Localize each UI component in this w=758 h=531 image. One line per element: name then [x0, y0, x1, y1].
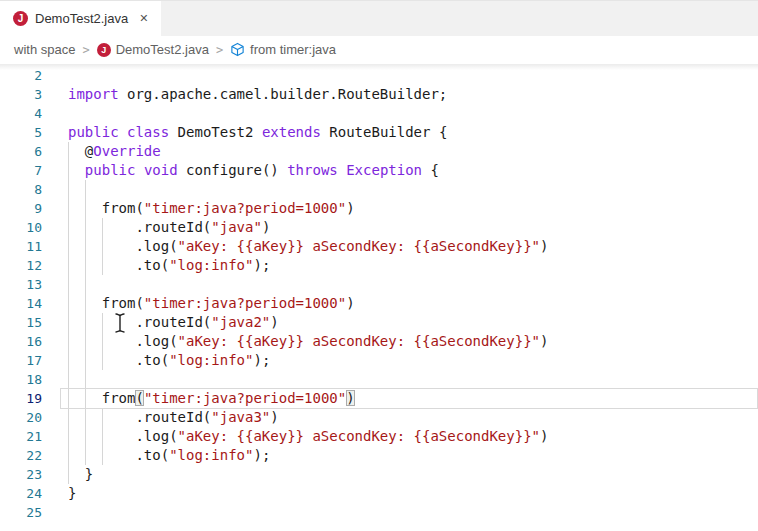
code-text	[68, 275, 758, 294]
code-text: .log("aKey: {{aKey}} aSecondKey: {{aSeco…	[68, 332, 758, 351]
breadcrumb-folder[interactable]: with space	[14, 42, 75, 57]
code-lines: 23import org.apache.camel.builder.RouteB…	[0, 64, 758, 522]
editor-window: J DemoTest2.java ✕ with space > J DemoTe…	[0, 0, 758, 531]
breadcrumb-symbol-label: from timer:java	[250, 42, 336, 57]
code-text: from("timer:java?period=1000")	[68, 389, 758, 408]
code-line-5[interactable]: 5public class DemoTest2 extends RouteBui…	[0, 123, 758, 142]
line-number[interactable]: 4	[0, 104, 42, 123]
breadcrumb-file[interactable]: J DemoTest2.java	[97, 42, 209, 57]
code-text	[68, 104, 758, 123]
line-number[interactable]: 16	[0, 332, 42, 351]
code-line-6[interactable]: 6 @Override	[0, 142, 758, 161]
line-number[interactable]: 6	[0, 142, 42, 161]
tab-title: DemoTest2.java	[35, 11, 128, 26]
code-line-21[interactable]: 21 .log("aKey: {{aKey}} aSecondKey: {{aS…	[0, 427, 758, 446]
code-line-20[interactable]: 20 .routeId("java3")	[0, 408, 758, 427]
chevron-right-icon: >	[82, 43, 89, 57]
symbol-cube-icon	[230, 42, 245, 57]
line-number[interactable]: 15	[0, 313, 42, 332]
line-number[interactable]: 25	[0, 503, 42, 522]
breadcrumb-folder-label: with space	[14, 42, 75, 57]
line-number[interactable]: 9	[0, 199, 42, 218]
code-text: }	[68, 484, 758, 503]
code-line-8[interactable]: 8	[0, 180, 758, 199]
code-text: .routeId("java2")	[68, 313, 758, 332]
code-line-17[interactable]: 17 .to("log:info");	[0, 351, 758, 370]
code-line-7[interactable]: 7 public void configure() throws Excepti…	[0, 161, 758, 180]
line-number[interactable]: 21	[0, 427, 42, 446]
code-line-22[interactable]: 22 .to("log:info");	[0, 446, 758, 465]
line-number[interactable]: 18	[0, 370, 42, 389]
code-text	[68, 370, 758, 389]
code-line-19[interactable]: 19 from("timer:java?period=1000")	[0, 389, 758, 408]
line-number[interactable]: 11	[0, 237, 42, 256]
code-line-11[interactable]: 11 .log("aKey: {{aKey}} aSecondKey: {{aS…	[0, 237, 758, 256]
line-number[interactable]: 10	[0, 218, 42, 237]
code-text	[68, 66, 758, 85]
code-line-13[interactable]: 13	[0, 275, 758, 294]
code-text: .log("aKey: {{aKey}} aSecondKey: {{aSeco…	[68, 237, 758, 256]
breadcrumb-file-label: DemoTest2.java	[116, 42, 209, 57]
code-text: from("timer:java?period=1000")	[68, 199, 758, 218]
line-number[interactable]: 17	[0, 351, 42, 370]
code-text	[68, 180, 758, 199]
java-file-icon: J	[13, 11, 28, 26]
code-line-24[interactable]: 24}	[0, 484, 758, 503]
code-line-4[interactable]: 4	[0, 104, 758, 123]
line-number[interactable]: 14	[0, 294, 42, 313]
code-line-25[interactable]: 25	[0, 503, 758, 522]
code-text: }	[68, 465, 758, 484]
code-line-23[interactable]: 23 }	[0, 465, 758, 484]
line-number[interactable]: 2	[0, 66, 42, 85]
line-number[interactable]: 19	[0, 389, 42, 408]
code-text: .routeId("java3")	[68, 408, 758, 427]
breadcrumb-symbol[interactable]: from timer:java	[230, 42, 336, 57]
code-text: .log("aKey: {{aKey}} aSecondKey: {{aSeco…	[68, 427, 758, 446]
java-file-icon: J	[97, 43, 111, 57]
line-number[interactable]: 3	[0, 85, 42, 104]
line-number[interactable]: 22	[0, 446, 42, 465]
chevron-right-icon: >	[216, 43, 223, 57]
code-text: public class DemoTest2 extends RouteBuil…	[68, 123, 758, 142]
line-number[interactable]: 23	[0, 465, 42, 484]
line-number[interactable]: 13	[0, 275, 42, 294]
code-editor[interactable]: 23import org.apache.camel.builder.RouteB…	[0, 64, 758, 531]
code-text: .to("log:info");	[68, 351, 758, 370]
tab-demotest2-java[interactable]: J DemoTest2.java ✕	[0, 1, 161, 36]
breadcrumb: with space > J DemoTest2.java > from tim…	[0, 36, 758, 63]
code-text	[68, 503, 758, 522]
code-text: .to("log:info");	[68, 446, 758, 465]
code-text: import org.apache.camel.builder.RouteBui…	[68, 85, 758, 104]
line-number[interactable]: 24	[0, 484, 42, 503]
close-tab-icon[interactable]: ✕	[136, 11, 151, 26]
tab-bar: J DemoTest2.java ✕	[0, 1, 758, 36]
code-line-14[interactable]: 14 from("timer:java?period=1000")	[0, 294, 758, 313]
code-text: .to("log:info");	[68, 256, 758, 275]
line-number[interactable]: 8	[0, 180, 42, 199]
code-text: from("timer:java?period=1000")	[68, 294, 758, 313]
code-text: public void configure() throws Exception…	[68, 161, 758, 180]
code-line-10[interactable]: 10 .routeId("java")	[0, 218, 758, 237]
code-line-9[interactable]: 9 from("timer:java?period=1000")	[0, 199, 758, 218]
code-line-12[interactable]: 12 .to("log:info");	[0, 256, 758, 275]
line-number[interactable]: 5	[0, 123, 42, 142]
code-text: .routeId("java")	[68, 218, 758, 237]
code-line-2[interactable]: 2	[0, 66, 758, 85]
line-number[interactable]: 12	[0, 256, 42, 275]
code-line-18[interactable]: 18	[0, 370, 758, 389]
mouse-ibeam-cursor	[114, 312, 126, 339]
code-line-3[interactable]: 3import org.apache.camel.builder.RouteBu…	[0, 85, 758, 104]
line-number[interactable]: 7	[0, 161, 42, 180]
code-text: @Override	[68, 142, 758, 161]
line-number[interactable]: 20	[0, 408, 42, 427]
